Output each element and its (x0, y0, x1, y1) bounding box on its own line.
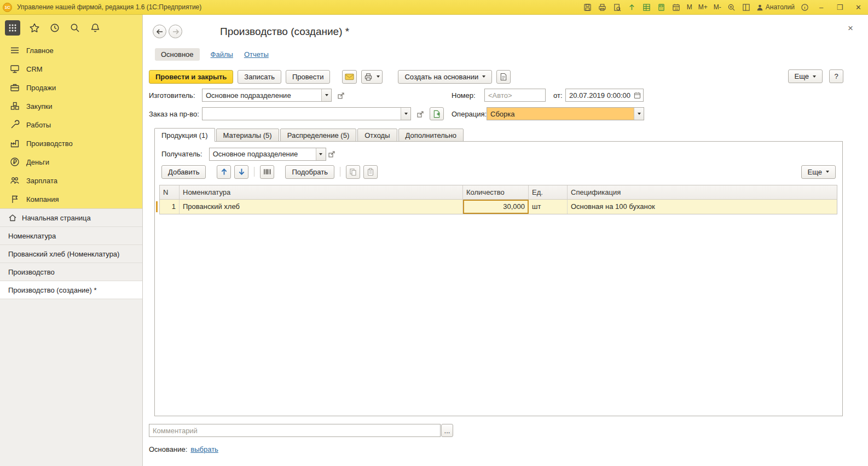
number-input[interactable] (484, 89, 546, 102)
history-icon (49, 22, 60, 33)
nav-item-provencal-bread[interactable]: Прованский хлеб (Номенклатура) (0, 245, 142, 263)
zoom-icon[interactable] (727, 2, 737, 12)
col-header-quantity[interactable]: Количество (463, 185, 529, 199)
paste-icon (367, 168, 374, 176)
nav-item-home[interactable]: Начальная страница (0, 209, 142, 227)
sections-menu-button[interactable] (5, 20, 20, 36)
tab-materials[interactable]: Материалы (5) (216, 129, 279, 142)
search-button[interactable] (69, 22, 81, 34)
cell-quantity-editor[interactable]: 30,000 (463, 200, 529, 214)
cell-specification[interactable]: Основная на 100 буханок (568, 200, 837, 214)
nav-item-production-list[interactable]: Производство (0, 263, 142, 281)
tab-additional[interactable]: Дополнительно (398, 129, 464, 142)
nav-item-production-new[interactable]: Производство (создание) * (0, 281, 142, 299)
create-order-button[interactable] (430, 107, 444, 120)
sidebar-item-works[interactable]: Работы (0, 115, 142, 134)
save-icon[interactable] (583, 2, 593, 12)
manufacturer-dropdown-button[interactable] (321, 89, 331, 101)
post-and-close-button[interactable]: Провести и закрыть (149, 70, 233, 84)
tab-reports[interactable]: Отчеты (244, 50, 269, 59)
cell-row-number[interactable]: 1 (160, 200, 180, 214)
col-header-n[interactable]: N (160, 185, 180, 199)
tab-files[interactable]: Файлы (211, 50, 233, 59)
manufacturer-combo[interactable]: Основное подразделение (202, 89, 332, 102)
order-dropdown-button[interactable] (401, 108, 410, 120)
help-button[interactable]: ? (829, 69, 843, 83)
tab-waste[interactable]: Отходы (357, 129, 397, 142)
recipient-combo[interactable]: Основное подразделение (209, 148, 326, 161)
flag-icon (9, 194, 20, 205)
tab-main[interactable]: Основное (155, 48, 200, 61)
notifications-button[interactable] (89, 22, 101, 34)
forward-button[interactable] (169, 25, 182, 38)
col-header-nomenclature[interactable]: Номенклатура (180, 185, 463, 199)
copy-rows-button[interactable] (346, 165, 360, 179)
recipient-open-button[interactable] (326, 148, 338, 160)
operation-dropdown-button[interactable] (634, 108, 644, 120)
layout-panels-icon[interactable] (742, 2, 751, 12)
write-button[interactable]: Записать (238, 70, 281, 84)
maximize-button[interactable]: ❒ (833, 2, 847, 13)
print-button[interactable] (361, 70, 383, 84)
order-open-button[interactable] (414, 108, 426, 120)
current-user[interactable]: Анатолий (756, 3, 795, 11)
post-button[interactable]: Провести (286, 70, 331, 84)
table-row[interactable]: 1 Прованский хлеб 30,000 шт Основная на … (160, 199, 837, 214)
date-input[interactable]: 20.07.2019 0:00:00 (565, 89, 644, 102)
print-preview-icon[interactable] (612, 2, 622, 12)
print-icon[interactable] (598, 2, 607, 12)
operation-combo[interactable]: Сборка (487, 107, 644, 120)
spreadsheet-icon[interactable] (642, 2, 652, 12)
form-close-button[interactable]: × (845, 23, 856, 34)
date-label: от: (553, 89, 563, 102)
table-more-button[interactable]: Еще (801, 165, 836, 179)
cell-unit[interactable]: шт (529, 200, 568, 214)
font-size-m-button[interactable]: M (686, 3, 693, 11)
barcode-scan-button[interactable] (260, 165, 274, 179)
font-size-m-minus-button[interactable]: M- (713, 3, 722, 11)
favorites-button[interactable] (28, 22, 40, 34)
sidebar-item-main[interactable]: Главное (0, 41, 142, 60)
current-row-marker (156, 201, 158, 212)
comment-ellipsis-button[interactable]: ... (441, 424, 453, 437)
send-icon[interactable] (627, 2, 637, 12)
back-button[interactable] (153, 25, 166, 38)
font-size-m-plus-button[interactable]: M+ (698, 3, 708, 11)
minimize-button[interactable]: – (814, 2, 828, 13)
email-button[interactable] (342, 70, 357, 84)
create-on-basis-button[interactable]: Создать на основании (398, 70, 492, 84)
tab-products[interactable]: Продукция (1) (154, 128, 215, 142)
col-header-specification[interactable]: Спецификация (568, 185, 837, 199)
table-toolbar: Добавить Подобрать Еще (161, 165, 836, 179)
cell-nomenclature[interactable]: Прованский хлеб (180, 200, 463, 214)
more-button[interactable]: Еще (788, 69, 823, 83)
window-close-button[interactable]: ✕ (852, 2, 865, 13)
basis-select-link[interactable]: выбрать (190, 445, 218, 453)
info-icon[interactable] (800, 2, 809, 12)
calendar-icon[interactable]: 31 (672, 2, 681, 12)
tab-distribution[interactable]: Распределение (5) (280, 129, 357, 142)
calendar-picker-icon[interactable] (634, 92, 641, 99)
col-header-unit[interactable]: Ед. (529, 185, 568, 199)
sidebar-item-salary[interactable]: Зарплата (0, 171, 142, 190)
history-button[interactable] (49, 22, 61, 34)
sidebar-item-production[interactable]: Производство (0, 134, 142, 153)
manufacturer-open-button[interactable] (335, 90, 346, 101)
add-row-button[interactable]: Добавить (161, 165, 206, 179)
star-icon (29, 22, 40, 33)
paste-rows-button[interactable] (363, 165, 378, 179)
sidebar-item-purchases[interactable]: Закупки (0, 97, 142, 115)
sidebar-item-money[interactable]: Деньги (0, 153, 142, 171)
document-report-button[interactable] (496, 70, 511, 84)
recipient-dropdown-button[interactable] (316, 148, 326, 160)
sidebar-item-sales[interactable]: Продажи (0, 78, 142, 97)
nav-item-nomenclature[interactable]: Номенклатура (0, 227, 142, 245)
comment-input[interactable] (149, 424, 441, 437)
pick-button[interactable]: Подобрать (285, 165, 334, 179)
sidebar-item-crm[interactable]: CRM (0, 60, 142, 78)
order-combo[interactable] (202, 107, 411, 120)
move-down-button[interactable] (234, 165, 248, 179)
move-up-button[interactable] (217, 165, 231, 179)
calculator-icon[interactable] (657, 2, 667, 12)
sidebar-item-company[interactable]: Компания (0, 190, 142, 208)
